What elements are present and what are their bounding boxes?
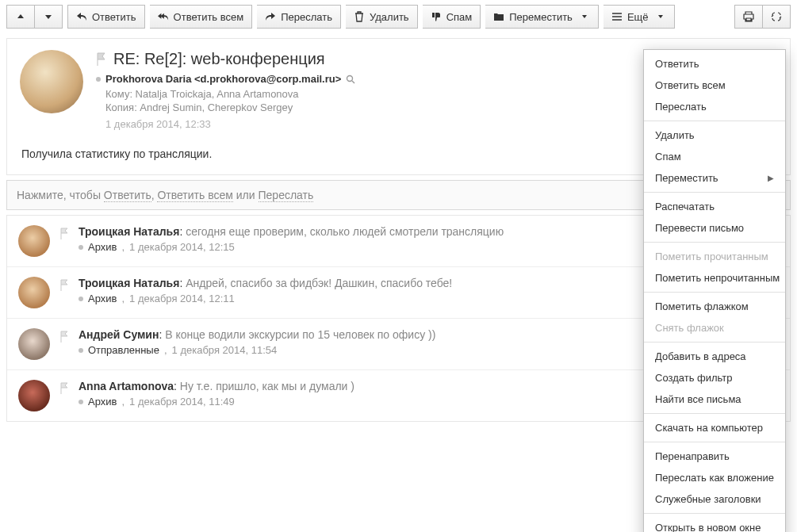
search-sender-icon[interactable]: [346, 75, 355, 84]
dropdown-separator: [644, 242, 785, 243]
spam-button[interactable]: Спам: [423, 5, 481, 29]
dropdown-item[interactable]: Удалить: [644, 124, 785, 146]
prev-button[interactable]: [6, 5, 35, 29]
trash-icon: [354, 11, 365, 22]
dropdown-item-label: Удалить: [655, 129, 695, 141]
dropdown-separator: [644, 292, 785, 293]
reply-icon: [76, 11, 87, 22]
read-dot-icon[interactable]: [79, 348, 83, 353]
caret-down-icon: [579, 11, 590, 22]
flag-icon[interactable]: [59, 277, 69, 308]
print-icon: [743, 11, 754, 22]
thread-date: 1 декабря 2014, 12:11: [129, 293, 235, 304]
flag-icon[interactable]: [59, 328, 69, 360]
dropdown-item[interactable]: Перевести письмо: [644, 217, 785, 239]
qr-reply-link[interactable]: Ответить: [104, 189, 151, 202]
flag-icon[interactable]: [59, 380, 69, 411]
move-button[interactable]: Переместить: [485, 5, 599, 29]
encoding-button[interactable]: [763, 5, 791, 29]
dropdown-item-label: Спам: [655, 151, 681, 163]
dropdown-item[interactable]: Ответить: [644, 53, 785, 75]
submenu-arrow-icon: ▶: [768, 174, 774, 182]
dropdown-separator: [644, 413, 785, 414]
avatar[interactable]: [18, 225, 50, 257]
caret-down-icon: [655, 11, 666, 22]
reply-all-button[interactable]: Ответить всем: [150, 5, 253, 29]
dropdown-item: Снять флажок: [644, 317, 785, 339]
dropdown-item[interactable]: Пометить флажком: [644, 296, 785, 317]
dropdown-item-label: Переслать: [655, 101, 707, 113]
dropdown-item[interactable]: Распечатать: [644, 196, 785, 217]
dropdown-separator: [644, 342, 785, 343]
avatar[interactable]: [18, 277, 50, 308]
read-dot-icon[interactable]: [79, 400, 83, 404]
svg-point-0: [347, 75, 353, 81]
dropdown-item[interactable]: Пометить непрочитанным: [644, 267, 785, 289]
dropdown-item-label: Перевести письмо: [655, 222, 744, 234]
avatar[interactable]: [18, 328, 50, 360]
dropdown-item-label: Переслать как вложение: [655, 472, 774, 484]
dropdown-item[interactable]: Переслать: [644, 96, 785, 117]
dropdown-item-label: Распечатать: [655, 201, 715, 212]
thumbs-down-icon: [431, 11, 442, 22]
toolbar: Ответить Ответить всем Переслать Удалить…: [0, 0, 797, 33]
flag-icon[interactable]: [96, 52, 107, 67]
dropdown-item[interactable]: Скачать на компьютер: [644, 417, 785, 438]
reply-button[interactable]: Ответить: [67, 5, 145, 29]
flag-icon[interactable]: [59, 225, 69, 257]
delete-label: Удалить: [370, 11, 409, 23]
dropdown-item-label: Снять флажок: [655, 322, 724, 334]
thread-folder: Архив: [88, 293, 117, 304]
qr-forward-link[interactable]: Переслать: [259, 189, 314, 202]
nav-group: [6, 5, 63, 29]
read-dot-icon[interactable]: [79, 297, 83, 301]
dropdown-item[interactable]: Спам: [644, 146, 785, 167]
read-dot-icon[interactable]: [79, 245, 83, 250]
thread-preview: В конце водили экскурсии по 15 человек п…: [165, 328, 435, 341]
dropdown-item-label: Найти все письма: [655, 393, 741, 405]
thread-folder: Архив: [88, 396, 117, 408]
spam-label: Спам: [446, 11, 473, 23]
thread-date: 1 декабря 2014, 11:54: [172, 344, 278, 356]
dropdown-item-label: Пометить непрочитанным: [655, 272, 780, 284]
thread-date: 1 декабря 2014, 12:15: [129, 241, 235, 253]
thread-sender: Андрей Сумин: [79, 328, 159, 341]
dropdown-item[interactable]: Добавить в адреса: [644, 346, 785, 367]
more-button[interactable]: Ещё: [603, 5, 675, 29]
dropdown-item[interactable]: Создать фильтр: [644, 367, 785, 388]
thread-folder: Архив: [88, 241, 117, 253]
dropdown-item[interactable]: Переместить▶: [644, 167, 785, 189]
dropdown-item-label: Ответить: [655, 58, 699, 70]
forward-button[interactable]: Переслать: [257, 5, 341, 29]
read-dot-icon[interactable]: [96, 77, 101, 82]
avatar[interactable]: [18, 380, 50, 411]
dropdown-item-label: Добавить в адреса: [655, 350, 746, 362]
dropdown-item[interactable]: Открыть в новом окне: [644, 517, 785, 532]
subject-text: RE: Re[2]: web-конференция: [113, 50, 325, 68]
right-group: [734, 5, 791, 29]
qr-reply-all-link[interactable]: Ответить всем: [157, 189, 232, 202]
next-button[interactable]: [35, 5, 63, 29]
thread-preview: сегодня еще проверим, сколько людей смот…: [186, 225, 504, 238]
dropdown-item-label: Переместить: [655, 172, 718, 184]
thread-sender: Троицкая Наталья: [79, 225, 179, 238]
dropdown-item-label: Ответить всем: [655, 79, 726, 91]
sender-avatar[interactable]: [20, 50, 83, 113]
dropdown-separator: [644, 442, 785, 442]
dropdown-item-label: Скачать на компьютер: [655, 422, 763, 434]
caret-up-icon: [15, 11, 26, 22]
dropdown-separator: [644, 513, 785, 514]
dropdown-item[interactable]: Переслать как вложение: [644, 467, 785, 488]
print-button[interactable]: [734, 5, 763, 29]
encoding-icon: [771, 11, 782, 22]
dropdown-item[interactable]: Ответить всем: [644, 75, 785, 96]
dropdown-item[interactable]: Найти все письма: [644, 388, 785, 410]
dropdown-separator: [644, 192, 785, 193]
caret-down-icon: [43, 11, 54, 22]
dropdown-item[interactable]: Перенаправить: [644, 446, 785, 467]
dropdown-item-label: Пометить прочитанным: [655, 251, 768, 262]
delete-button[interactable]: Удалить: [346, 5, 418, 29]
forward-icon: [265, 11, 276, 22]
thread-preview: Андрей, спасибо за фидбэк! Дашкин, спаси…: [186, 277, 452, 289]
dropdown-item[interactable]: Служебные заголовки: [644, 488, 785, 510]
